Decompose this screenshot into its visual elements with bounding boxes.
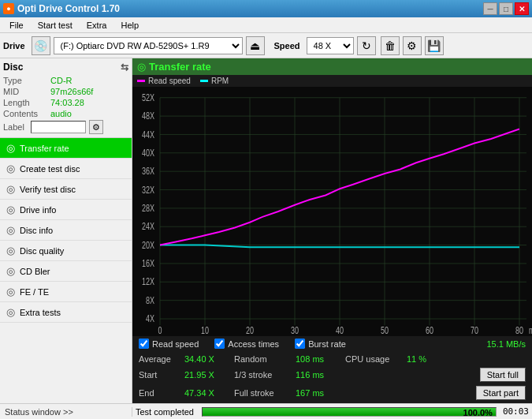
svg-text:52X: 52X bbox=[142, 92, 154, 103]
access-times-checkbox[interactable] bbox=[214, 339, 225, 349]
app-icon: ● bbox=[3, 3, 14, 14]
mid-value: 97m26s66f bbox=[50, 87, 93, 96]
end-label: End bbox=[139, 388, 178, 398]
drive-select[interactable]: (F:) Optiarc DVD RW AD-5290S+ 1.R9 bbox=[54, 37, 243, 54]
maximize-button[interactable]: □ bbox=[499, 2, 513, 15]
nav-disc-quality[interactable]: ◎ Disc quality bbox=[0, 241, 132, 261]
legend-read-speed: Read speed bbox=[137, 77, 191, 85]
svg-text:48X: 48X bbox=[142, 110, 154, 122]
progress-bar-fill bbox=[203, 408, 496, 416]
status-right: Test completed 100.0% 00:03 bbox=[132, 406, 532, 417]
transfer-rate-icon: ◎ bbox=[6, 142, 15, 154]
menu-extra[interactable]: Extra bbox=[80, 19, 113, 32]
full-stroke-value: 167 ms bbox=[296, 388, 339, 398]
stats-row-start: Start 21.95 X 1/3 stroke 116 ms Start fu… bbox=[139, 366, 526, 383]
svg-text:20: 20 bbox=[246, 325, 254, 336]
checkbox-access-times[interactable]: Access times bbox=[214, 339, 279, 349]
menu-bar: File Start test Extra Help bbox=[0, 17, 532, 33]
legend-rpm: RPM bbox=[200, 77, 229, 85]
length-value: 74:03.28 bbox=[50, 98, 84, 107]
read-speed-checkbox[interactable] bbox=[139, 339, 149, 349]
app-title: Opti Drive Control 1.70 bbox=[17, 3, 120, 14]
svg-text:80: 80 bbox=[515, 325, 523, 336]
progress-bar-container: 100.0% bbox=[202, 407, 497, 417]
legend-rpm-label: RPM bbox=[211, 77, 229, 85]
nav-disc-quality-label: Disc quality bbox=[20, 246, 64, 256]
nav-transfer-rate[interactable]: ◎ Transfer rate bbox=[0, 138, 132, 159]
disc-header-label: Disc bbox=[3, 62, 23, 73]
end-value: 47.34 X bbox=[184, 388, 228, 398]
average-value: 34.40 X bbox=[184, 354, 228, 364]
progress-text: 100.0% bbox=[463, 408, 493, 417]
title-bar: ● Opti Drive Control 1.70 ─ □ ✕ bbox=[0, 0, 532, 17]
svg-text:12X: 12X bbox=[142, 276, 154, 287]
nav-transfer-rate-label: Transfer rate bbox=[20, 144, 69, 153]
access-times-cb-label: Access times bbox=[228, 339, 279, 349]
sidebar: Disc ⇆ Type CD-R MID 97m26s66f Length 74… bbox=[0, 58, 132, 403]
contents-value: audio bbox=[50, 109, 72, 118]
label-settings-icon[interactable]: ⚙ bbox=[89, 120, 103, 134]
nav-disc-info[interactable]: ◎ Disc info bbox=[0, 220, 132, 241]
disc-section: Disc ⇆ Type CD-R MID 97m26s66f Length 74… bbox=[0, 58, 132, 138]
drive-info-icon: ◎ bbox=[6, 204, 15, 215]
settings-button[interactable]: ⚙ bbox=[403, 36, 422, 55]
refresh-button[interactable]: ↻ bbox=[357, 36, 376, 55]
close-button[interactable]: ✕ bbox=[515, 2, 529, 15]
speed-select[interactable]: 48 X bbox=[307, 37, 354, 54]
menu-help[interactable]: Help bbox=[114, 19, 145, 32]
label-input[interactable] bbox=[31, 121, 86, 133]
stats-area: Average 34.40 X Random 108 ms CPU usage … bbox=[132, 351, 532, 403]
type-label: Type bbox=[3, 76, 50, 85]
nav-create-test-disc[interactable]: ◎ Create test disc bbox=[0, 159, 132, 179]
length-label: Length bbox=[3, 98, 50, 107]
checkbox-burst-rate[interactable]: Burst rate bbox=[295, 339, 346, 349]
drive-label: Drive bbox=[3, 41, 25, 51]
checkbox-read-speed[interactable]: Read speed bbox=[139, 339, 199, 349]
menu-start-test[interactable]: Start test bbox=[32, 19, 79, 32]
chart-header: ◎ Transfer rate bbox=[132, 58, 532, 75]
main-content: Disc ⇆ Type CD-R MID 97m26s66f Length 74… bbox=[0, 58, 532, 403]
cpu-label: CPU usage bbox=[345, 354, 400, 364]
nav-extra-tests[interactable]: ◎ Extra tests bbox=[0, 302, 132, 323]
start-label: Start bbox=[139, 370, 178, 380]
status-window-label[interactable]: Status window >> bbox=[5, 407, 73, 417]
random-label: Random bbox=[234, 354, 289, 364]
svg-text:60: 60 bbox=[426, 325, 433, 336]
label-label: Label bbox=[3, 122, 24, 132]
start-full-button[interactable]: Start full bbox=[480, 368, 526, 382]
nav-verify-test-disc[interactable]: ◎ Verify test disc bbox=[0, 179, 132, 200]
cpu-value: 11 % bbox=[407, 354, 438, 364]
eject-button[interactable]: ⏏ bbox=[246, 36, 265, 55]
contents-label: Contents bbox=[3, 109, 50, 118]
svg-text:50: 50 bbox=[381, 325, 389, 336]
chart-legend: Read speed RPM bbox=[132, 75, 532, 87]
svg-text:28X: 28X bbox=[142, 203, 154, 214]
erase-button[interactable]: 🗑 bbox=[381, 36, 400, 55]
nav-verify-test-disc-label: Verify test disc bbox=[20, 185, 76, 194]
menu-file[interactable]: File bbox=[3, 19, 30, 32]
start-part-button[interactable]: Start part bbox=[476, 386, 526, 400]
drive-icon: 💿 bbox=[32, 36, 50, 55]
speed-label: Speed bbox=[274, 41, 300, 51]
rpm-color bbox=[200, 80, 208, 82]
cd-bler-icon: ◎ bbox=[6, 265, 15, 277]
disc-info-icon: ◎ bbox=[6, 224, 15, 236]
svg-text:24X: 24X bbox=[142, 221, 154, 232]
minimize-button[interactable]: ─ bbox=[483, 2, 497, 15]
stroke13-value: 116 ms bbox=[296, 370, 339, 380]
nav-drive-info[interactable]: ◎ Drive info bbox=[0, 200, 132, 220]
nav-section: ◎ Transfer rate ◎ Create test disc ◎ Ver… bbox=[0, 138, 132, 403]
mid-label: MID bbox=[3, 87, 50, 96]
save-button[interactable]: 💾 bbox=[425, 36, 444, 55]
nav-cd-bler[interactable]: ◎ CD Bler bbox=[0, 261, 132, 282]
right-panel: ◎ Transfer rate Read speed RPM bbox=[132, 58, 532, 403]
chart-area: 52X 48X 44X 40X 36X 32X 28X 24X 20X 16X … bbox=[132, 87, 532, 336]
svg-text:10: 10 bbox=[201, 325, 209, 336]
status-bar: Status window >> Test completed 100.0% 0… bbox=[0, 403, 532, 419]
nav-cd-bler-label: CD Bler bbox=[20, 267, 50, 276]
nav-fe-te[interactable]: ◎ FE / TE bbox=[0, 282, 132, 302]
svg-text:40: 40 bbox=[336, 325, 344, 336]
disc-arrow-icon[interactable]: ⇆ bbox=[121, 62, 128, 73]
burst-rate-checkbox[interactable] bbox=[295, 339, 305, 349]
status-completed-label: Test completed bbox=[136, 407, 194, 417]
